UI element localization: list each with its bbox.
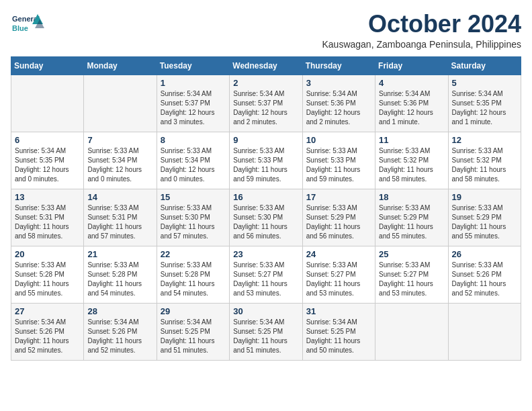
day-info: Sunrise: 5:34 AMSunset: 5:26 PMDaylight:… <box>87 318 152 355</box>
col-friday: Friday <box>375 56 448 75</box>
day-number: 31 <box>306 306 371 316</box>
day-cell: 4 Sunrise: 5:34 AMSunset: 5:36 PMDayligh… <box>375 75 448 132</box>
day-number: 4 <box>379 78 444 88</box>
day-number: 7 <box>87 135 152 145</box>
day-info: Sunrise: 5:34 AMSunset: 5:25 PMDaylight:… <box>161 318 226 355</box>
day-cell <box>448 303 521 360</box>
day-number: 12 <box>452 135 517 145</box>
day-cell <box>375 303 448 360</box>
logo: General Blue <box>11 11 44 41</box>
day-cell: 1 Sunrise: 5:34 AMSunset: 5:37 PMDayligh… <box>157 75 229 132</box>
day-number: 11 <box>379 135 444 145</box>
day-number: 3 <box>306 78 371 88</box>
day-info: Sunrise: 5:34 AMSunset: 5:25 PMDaylight:… <box>306 318 371 355</box>
day-cell: 10 Sunrise: 5:33 AMSunset: 5:33 PMDaylig… <box>302 132 375 189</box>
col-sunday: Sunday <box>11 56 84 75</box>
day-number: 9 <box>233 135 298 145</box>
day-info: Sunrise: 5:33 AMSunset: 5:34 PMDaylight:… <box>161 146 226 184</box>
day-cell: 9 Sunrise: 5:33 AMSunset: 5:33 PMDayligh… <box>230 132 302 189</box>
day-cell: 21 Sunrise: 5:33 AMSunset: 5:28 PMDaylig… <box>84 246 157 303</box>
day-cell: 6 Sunrise: 5:34 AMSunset: 5:35 PMDayligh… <box>11 132 84 189</box>
day-cell: 27 Sunrise: 5:34 AMSunset: 5:26 PMDaylig… <box>11 303 84 360</box>
day-cell: 16 Sunrise: 5:33 AMSunset: 5:30 PMDaylig… <box>230 189 302 246</box>
day-number: 20 <box>15 249 80 259</box>
header-area: General Blue October 2024 Kauswagan, Zam… <box>11 11 521 50</box>
day-info: Sunrise: 5:33 AMSunset: 5:34 PMDaylight:… <box>87 146 152 184</box>
title-area: October 2024 Kauswagan, Zamboanga Penins… <box>322 11 521 50</box>
day-info: Sunrise: 5:33 AMSunset: 5:28 PMDaylight:… <box>161 261 226 298</box>
day-number: 5 <box>452 78 517 88</box>
col-monday: Monday <box>84 56 157 75</box>
day-number: 15 <box>161 192 226 202</box>
day-info: Sunrise: 5:33 AMSunset: 5:29 PMDaylight:… <box>306 203 371 241</box>
day-info: Sunrise: 5:33 AMSunset: 5:32 PMDaylight:… <box>379 146 444 184</box>
day-cell: 12 Sunrise: 5:33 AMSunset: 5:32 PMDaylig… <box>448 132 521 189</box>
week-row-3: 13 Sunrise: 5:33 AMSunset: 5:31 PMDaylig… <box>11 189 521 246</box>
month-title: October 2024 <box>322 11 521 38</box>
calendar-body: 1 Sunrise: 5:34 AMSunset: 5:37 PMDayligh… <box>11 75 521 360</box>
week-row-5: 27 Sunrise: 5:34 AMSunset: 5:26 PMDaylig… <box>11 303 521 360</box>
week-row-2: 6 Sunrise: 5:34 AMSunset: 5:35 PMDayligh… <box>11 132 521 189</box>
day-info: Sunrise: 5:34 AMSunset: 5:37 PMDaylight:… <box>233 89 298 127</box>
day-info: Sunrise: 5:33 AMSunset: 5:26 PMDaylight:… <box>452 261 517 298</box>
day-cell: 14 Sunrise: 5:33 AMSunset: 5:31 PMDaylig… <box>84 189 157 246</box>
day-number: 1 <box>161 78 226 88</box>
day-info: Sunrise: 5:34 AMSunset: 5:25 PMDaylight:… <box>233 318 298 355</box>
day-info: Sunrise: 5:33 AMSunset: 5:30 PMDaylight:… <box>233 203 298 241</box>
col-saturday: Saturday <box>448 56 521 75</box>
day-number: 13 <box>15 192 80 202</box>
day-number: 24 <box>306 249 371 259</box>
calendar-header: Sunday Monday Tuesday Wednesday Thursday… <box>11 56 521 75</box>
day-info: Sunrise: 5:34 AMSunset: 5:35 PMDaylight:… <box>15 146 80 184</box>
day-info: Sunrise: 5:33 AMSunset: 5:27 PMDaylight:… <box>306 261 371 298</box>
day-info: Sunrise: 5:33 AMSunset: 5:32 PMDaylight:… <box>452 146 517 184</box>
day-number: 17 <box>306 192 371 202</box>
day-cell: 30 Sunrise: 5:34 AMSunset: 5:25 PMDaylig… <box>230 303 302 360</box>
day-cell: 23 Sunrise: 5:33 AMSunset: 5:27 PMDaylig… <box>230 246 302 303</box>
calendar-table: Sunday Monday Tuesday Wednesday Thursday… <box>11 56 521 361</box>
day-number: 2 <box>233 78 298 88</box>
day-info: Sunrise: 5:33 AMSunset: 5:31 PMDaylight:… <box>15 203 80 241</box>
day-number: 21 <box>87 249 152 259</box>
day-info: Sunrise: 5:33 AMSunset: 5:29 PMDaylight:… <box>452 203 517 241</box>
day-cell <box>11 75 84 132</box>
day-cell: 7 Sunrise: 5:33 AMSunset: 5:34 PMDayligh… <box>84 132 157 189</box>
day-info: Sunrise: 5:33 AMSunset: 5:33 PMDaylight:… <box>306 146 371 184</box>
day-info: Sunrise: 5:34 AMSunset: 5:36 PMDaylight:… <box>379 89 444 127</box>
day-cell: 29 Sunrise: 5:34 AMSunset: 5:25 PMDaylig… <box>157 303 229 360</box>
day-info: Sunrise: 5:33 AMSunset: 5:28 PMDaylight:… <box>15 261 80 298</box>
day-number: 8 <box>161 135 226 145</box>
svg-text:Blue: Blue <box>12 24 28 32</box>
day-cell: 19 Sunrise: 5:33 AMSunset: 5:29 PMDaylig… <box>448 189 521 246</box>
day-info: Sunrise: 5:33 AMSunset: 5:28 PMDaylight:… <box>87 261 152 298</box>
day-cell: 17 Sunrise: 5:33 AMSunset: 5:29 PMDaylig… <box>302 189 375 246</box>
day-number: 26 <box>452 249 517 259</box>
day-info: Sunrise: 5:34 AMSunset: 5:26 PMDaylight:… <box>15 318 80 355</box>
day-cell: 28 Sunrise: 5:34 AMSunset: 5:26 PMDaylig… <box>84 303 157 360</box>
day-info: Sunrise: 5:33 AMSunset: 5:29 PMDaylight:… <box>379 203 444 241</box>
day-number: 29 <box>161 306 226 316</box>
day-cell: 20 Sunrise: 5:33 AMSunset: 5:28 PMDaylig… <box>11 246 84 303</box>
day-cell: 2 Sunrise: 5:34 AMSunset: 5:37 PMDayligh… <box>230 75 302 132</box>
col-thursday: Thursday <box>302 56 375 75</box>
day-number: 28 <box>87 306 152 316</box>
week-row-1: 1 Sunrise: 5:34 AMSunset: 5:37 PMDayligh… <box>11 75 521 132</box>
day-number: 16 <box>233 192 298 202</box>
col-tuesday: Tuesday <box>157 56 229 75</box>
day-info: Sunrise: 5:34 AMSunset: 5:36 PMDaylight:… <box>306 89 371 127</box>
location-subtitle: Kauswagan, Zamboanga Peninsula, Philippi… <box>322 39 521 50</box>
day-info: Sunrise: 5:33 AMSunset: 5:31 PMDaylight:… <box>87 203 152 241</box>
day-cell: 25 Sunrise: 5:33 AMSunset: 5:27 PMDaylig… <box>375 246 448 303</box>
day-cell: 15 Sunrise: 5:33 AMSunset: 5:30 PMDaylig… <box>157 189 229 246</box>
header-row: Sunday Monday Tuesday Wednesday Thursday… <box>11 56 521 75</box>
day-number: 19 <box>452 192 517 202</box>
day-cell: 26 Sunrise: 5:33 AMSunset: 5:26 PMDaylig… <box>448 246 521 303</box>
day-cell: 11 Sunrise: 5:33 AMSunset: 5:32 PMDaylig… <box>375 132 448 189</box>
day-number: 6 <box>15 135 80 145</box>
day-number: 25 <box>379 249 444 259</box>
day-info: Sunrise: 5:33 AMSunset: 5:27 PMDaylight:… <box>379 261 444 298</box>
day-cell: 3 Sunrise: 5:34 AMSunset: 5:36 PMDayligh… <box>302 75 375 132</box>
day-cell: 13 Sunrise: 5:33 AMSunset: 5:31 PMDaylig… <box>11 189 84 246</box>
day-number: 23 <box>233 249 298 259</box>
week-row-4: 20 Sunrise: 5:33 AMSunset: 5:28 PMDaylig… <box>11 246 521 303</box>
